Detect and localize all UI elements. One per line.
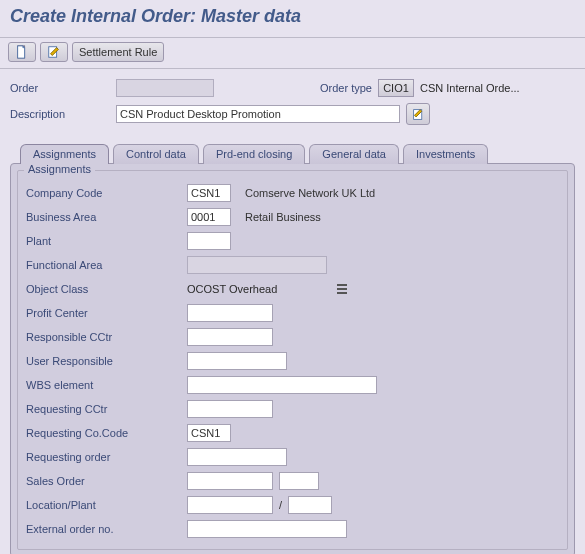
header-panel: Order Order type CIO1 CSN Internal Orde.… [0, 69, 585, 133]
tabstrip: Assignments Control data Prd-end closing… [20, 144, 575, 164]
order-type-label: Order type [320, 82, 372, 94]
user-responsible-input[interactable] [187, 352, 287, 370]
requesting-order-input[interactable] [187, 448, 287, 466]
document-icon [15, 45, 29, 59]
location-input[interactable] [187, 496, 273, 514]
long-text-button[interactable] [406, 103, 430, 125]
order-type-description: CSN Internal Orde... [420, 82, 520, 94]
business-area-input[interactable] [187, 208, 231, 226]
profit-center-input[interactable] [187, 304, 273, 322]
assignments-group-title: Assignments [24, 163, 95, 175]
tab-assignments[interactable]: Assignments [20, 144, 109, 164]
wbs-element-input[interactable] [187, 376, 377, 394]
tab-container: Assignments Control data Prd-end closing… [0, 133, 585, 554]
object-class-dropdown[interactable] [335, 281, 349, 297]
responsible-cctr-label: Responsible CCtr [26, 331, 181, 343]
edit-button[interactable] [40, 42, 68, 62]
tab-control-data[interactable]: Control data [113, 144, 199, 164]
list-icon [336, 283, 348, 295]
requesting-order-label: Requesting order [26, 451, 181, 463]
tab-prd-end-closing[interactable]: Prd-end closing [203, 144, 305, 164]
plant-label: Plant [26, 235, 181, 247]
sales-order-label: Sales Order [26, 475, 181, 487]
company-code-label: Company Code [26, 187, 181, 199]
page-title: Create Internal Order: Master data [0, 0, 585, 38]
pencil-document-icon [47, 45, 61, 59]
company-code-desc: Comserve Network UK Ltd [245, 187, 375, 199]
description-input[interactable] [116, 105, 400, 123]
plant-input[interactable] [187, 232, 231, 250]
profit-center-label: Profit Center [26, 307, 181, 319]
wbs-element-label: WBS element [26, 379, 181, 391]
tab-body: Assignments Company Code Comserve Networ… [10, 163, 575, 554]
location-plant-label: Location/Plant [26, 499, 181, 511]
description-label: Description [10, 108, 110, 120]
requesting-co-code-input[interactable] [187, 424, 231, 442]
tab-general-data[interactable]: General data [309, 144, 399, 164]
business-area-label: Business Area [26, 211, 181, 223]
user-responsible-label: User Responsible [26, 355, 181, 367]
order-label: Order [10, 82, 110, 94]
functional-area-input[interactable] [187, 256, 327, 274]
sales-order-item-input[interactable] [279, 472, 319, 490]
external-order-input[interactable] [187, 520, 347, 538]
object-class-value: OCOST Overhead [187, 283, 277, 295]
object-class-label: Object Class [26, 283, 181, 295]
responsible-cctr-input[interactable] [187, 328, 273, 346]
sales-order-input[interactable] [187, 472, 273, 490]
requesting-co-code-label: Requesting Co.Code [26, 427, 181, 439]
tab-investments[interactable]: Investments [403, 144, 488, 164]
company-code-input[interactable] [187, 184, 231, 202]
pencil-icon [412, 108, 425, 121]
business-area-desc: Retail Business [245, 211, 321, 223]
new-document-button[interactable] [8, 42, 36, 62]
functional-area-label: Functional Area [26, 259, 181, 271]
requesting-cctr-label: Requesting CCtr [26, 403, 181, 415]
location-plant-separator: / [279, 499, 282, 511]
svg-rect-4 [337, 288, 347, 290]
external-order-label: External order no. [26, 523, 181, 535]
svg-rect-3 [337, 284, 347, 286]
assignments-group: Assignments Company Code Comserve Networ… [17, 170, 568, 550]
requesting-cctr-input[interactable] [187, 400, 273, 418]
order-type-value[interactable]: CIO1 [378, 79, 414, 97]
svg-rect-5 [337, 292, 347, 294]
settlement-rule-button[interactable]: Settlement Rule [72, 42, 164, 62]
toolbar: Settlement Rule [0, 38, 585, 69]
order-field[interactable] [116, 79, 214, 97]
location-plant-input[interactable] [288, 496, 332, 514]
